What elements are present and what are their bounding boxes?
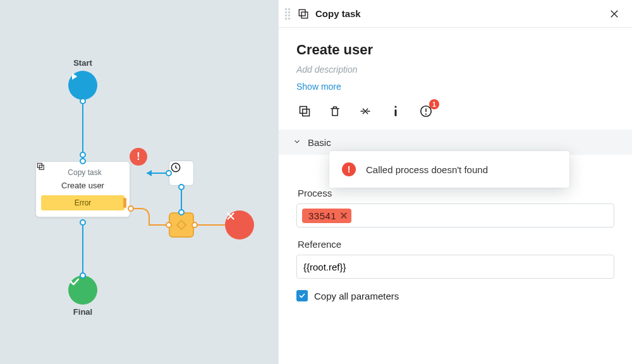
reference-input[interactable] <box>302 261 609 273</box>
show-more-link[interactable]: Show more <box>296 82 341 92</box>
condition-node[interactable] <box>169 212 194 238</box>
panel-toolbar: 1 <box>296 103 614 130</box>
port[interactable] <box>178 209 185 215</box>
copy-all-checkbox[interactable] <box>296 290 308 301</box>
section-basic-label: Basic <box>308 137 331 148</box>
svg-rect-14 <box>395 109 397 116</box>
reference-field[interactable] <box>296 255 614 279</box>
disconnect-button[interactable] <box>358 104 372 118</box>
port[interactable] <box>80 158 86 164</box>
close-button[interactable] <box>605 5 623 23</box>
svg-marker-3 <box>147 170 152 176</box>
error-end-node[interactable] <box>225 210 254 240</box>
svg-rect-7 <box>39 165 44 169</box>
task-node-copy-task[interactable]: Copy task Create user Error <box>35 161 130 217</box>
errors-button[interactable]: 1 <box>419 104 433 118</box>
task-error-chip[interactable]: Error <box>41 195 125 210</box>
error-port[interactable] <box>128 205 134 212</box>
task-title: Create user <box>296 42 614 58</box>
duplicate-button[interactable] <box>298 104 312 118</box>
alert-icon: ! <box>130 148 147 166</box>
process-label: Process <box>298 188 614 198</box>
copy-all-parameters-row[interactable]: Copy all parameters <box>296 290 614 301</box>
drag-handle-icon[interactable] <box>284 8 291 20</box>
chip-remove-icon[interactable] <box>340 212 348 219</box>
port[interactable] <box>191 222 198 228</box>
final-node[interactable] <box>68 276 97 305</box>
port[interactable] <box>80 152 86 158</box>
process-chip[interactable]: 33541 <box>302 209 351 223</box>
error-count-badge: 1 <box>429 99 439 109</box>
port[interactable] <box>80 219 86 226</box>
svg-point-13 <box>394 106 396 107</box>
details-panel: Copy task Create user Add description Sh… <box>278 0 632 364</box>
start-label: Start <box>73 58 92 68</box>
process-field[interactable]: 33541 <box>296 203 614 228</box>
port[interactable] <box>80 98 86 104</box>
panel-header-title: Copy task <box>315 8 361 19</box>
reference-label: Reference <box>298 239 614 250</box>
svg-point-17 <box>425 113 427 114</box>
copy-task-icon <box>298 8 309 20</box>
port[interactable] <box>166 222 172 228</box>
info-button[interactable] <box>389 104 403 118</box>
svg-rect-12 <box>303 109 310 116</box>
error-tooltip-text: Called process doesn't found <box>366 164 488 175</box>
description-input[interactable]: Add description <box>296 64 614 75</box>
port[interactable] <box>80 272 86 279</box>
process-chip-value: 33541 <box>308 210 336 221</box>
workflow-canvas[interactable]: Start Copy task Create user Error ! Fina… <box>0 0 278 364</box>
panel-header: Copy task <box>279 0 632 28</box>
chevron-down-icon <box>293 137 301 148</box>
task-type-label: Copy task <box>68 168 101 177</box>
copy-all-label: Copy all parameters <box>314 291 399 301</box>
error-icon: ! <box>342 162 356 176</box>
delay-node[interactable] <box>169 161 194 186</box>
svg-rect-11 <box>300 107 307 114</box>
port[interactable] <box>178 184 185 190</box>
start-node[interactable] <box>68 71 97 100</box>
port[interactable] <box>166 170 172 176</box>
task-title: Create user <box>36 181 130 190</box>
delete-button[interactable] <box>328 104 342 118</box>
error-tooltip: ! Called process doesn't found <box>329 151 569 188</box>
svg-rect-6 <box>37 163 42 167</box>
final-label: Final <box>73 307 92 317</box>
svg-rect-9 <box>299 9 305 16</box>
svg-rect-10 <box>301 12 308 18</box>
